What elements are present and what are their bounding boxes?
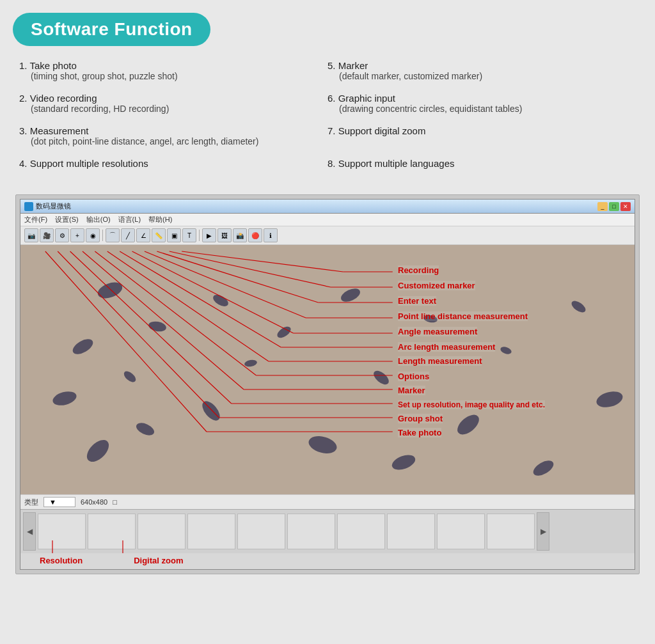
titlebar-left: 数码显微镜 — [24, 201, 71, 211]
filmstrip-frame-8[interactable] — [387, 514, 435, 549]
feature-6-title: 6. Graphic input — [328, 93, 617, 104]
annotation-marker: Marker — [398, 384, 425, 396]
annotation-enter-text: Enter text — [398, 295, 436, 306]
svg-line-8 — [132, 251, 294, 333]
annotation-take-photo: Take photo — [398, 427, 441, 438]
svg-line-22 — [45, 251, 207, 432]
resolution-unit: □ — [113, 498, 117, 506]
toolbar-line-btn[interactable]: ╱ — [121, 228, 135, 242]
svg-line-20 — [58, 251, 219, 418]
filmstrip-frame-5[interactable] — [237, 514, 285, 549]
feature-4: 4. Support multiple resolutions — [19, 158, 328, 169]
toolbar-photo1-btn[interactable]: 🖼 — [217, 228, 232, 242]
resolution-select[interactable]: ▼ — [43, 497, 75, 507]
toolbar-circle-btn[interactable]: ◉ — [86, 228, 100, 242]
type-label: 类型 — [24, 498, 38, 507]
annotation-group-shot: Group shot — [398, 412, 443, 424]
svg-line-4 — [157, 251, 318, 302]
svg-line-2 — [170, 251, 331, 287]
feature-4-title: 4. Support multiple resolutions — [19, 158, 308, 169]
feature-3: 3. Measurement (dot pitch, point-line di… — [19, 125, 328, 146]
feature-1: 1. Take photo (timing shot, group shot, … — [19, 60, 328, 81]
main-area: Recording Customized marker Enter text P… — [20, 245, 635, 494]
menu-language[interactable]: 语言(L) — [118, 215, 141, 224]
toolbar-angle-btn[interactable]: ∠ — [136, 228, 150, 242]
feature-6-subtitle: (drawing concentric circles, equidistant… — [328, 104, 617, 114]
status-bar: 类型 ▼ 640x480 □ — [20, 494, 635, 509]
feature-3-title: 3. Measurement — [19, 125, 308, 136]
titlebar: 数码显微镜 _ □ ✕ — [20, 200, 635, 214]
feature-5-subtitle: (default marker, customized marker) — [328, 71, 617, 81]
filmstrip-frame-9[interactable] — [437, 514, 485, 549]
bottom-anno-labels: Resolution Digital zoom — [27, 556, 628, 565]
toolbar-plus-btn[interactable]: + — [70, 228, 84, 242]
maximize-button[interactable]: □ — [609, 202, 619, 211]
toolbar-settings-btn[interactable]: ⚙ — [55, 228, 69, 242]
annotation-resolution: Resolution — [40, 556, 83, 565]
svg-line-14 — [95, 251, 256, 375]
toolbar-camera-btn[interactable]: 📷 — [24, 228, 38, 242]
annotation-options: Options — [398, 370, 429, 382]
software-window: 数码显微镜 _ □ ✕ 文件(F) 设置(S) 输出(O) 语言(L) 帮助(H… — [20, 199, 635, 570]
menu-output[interactable]: 输出(O) — [86, 215, 111, 224]
bottom-anno-lines — [20, 540, 212, 553]
header-badge: Software Function — [13, 13, 210, 46]
menubar: 文件(F) 设置(S) 输出(O) 语言(L) 帮助(H) — [20, 214, 635, 226]
annotation-length: Length measurement — [398, 355, 482, 366]
bottom-annotations: Resolution Digital zoom — [20, 553, 635, 569]
annotation-point-line: Point line distance measurement — [398, 310, 528, 322]
page-title: Software Function — [31, 19, 193, 40]
feature-5-title: 5. Marker — [328, 60, 617, 71]
feature-2-subtitle: (standard recording, HD recording) — [19, 104, 308, 114]
feature-7-title: 7. Support digital zoom — [328, 125, 617, 136]
app-title: 数码显微镜 — [36, 201, 71, 211]
toolbar-marker-btn[interactable]: ▣ — [167, 228, 181, 242]
feature-2: 2. Video recording (standard recording, … — [19, 93, 328, 114]
annotation-customized-marker: Customized marker — [398, 279, 475, 291]
toolbar-info-btn[interactable]: ℹ — [264, 228, 278, 242]
toolbar-separator2 — [199, 230, 200, 241]
feature-1-subtitle: (timing shot, group shot, puzzle shot) — [19, 71, 308, 81]
feature-7: 7. Support digital zoom — [328, 125, 636, 146]
feature-8: 8. Support multiple languages — [328, 158, 636, 169]
feature-1-title: 1. Take photo — [19, 60, 308, 71]
menu-help[interactable]: 帮助(H) — [148, 215, 172, 224]
resolution-value: 640x480 — [81, 498, 107, 506]
annotation-resolution-setup: Set up resolution, image quality and etc… — [398, 398, 545, 410]
toolbar-camera2-btn[interactable]: 🎥 — [40, 228, 54, 242]
screenshot-container: 数码显微镜 _ □ ✕ 文件(F) 设置(S) 输出(O) 语言(L) 帮助(H… — [15, 194, 640, 574]
titlebar-controls: _ □ ✕ — [597, 202, 631, 211]
feature-6: 6. Graphic input (drawing concentric cir… — [328, 93, 636, 114]
minimize-button[interactable]: _ — [597, 202, 608, 211]
features-section: 1. Take photo (timing shot, group shot, … — [13, 60, 642, 180]
menu-settings[interactable]: 设置(S) — [55, 215, 79, 224]
annotation-digital-zoom: Digital zoom — [134, 556, 183, 565]
svg-line-0 — [182, 251, 343, 272]
toolbar-photo2-btn[interactable]: 📸 — [233, 228, 247, 242]
toolbar-ruler-btn[interactable]: 📏 — [152, 228, 166, 242]
filmstrip-frame-7[interactable] — [337, 514, 385, 549]
feature-3-subtitle: (dot pitch, point-line distance, angel, … — [19, 136, 308, 146]
filmstrip-frame-10[interactable] — [487, 514, 535, 549]
annotation-arc-length: Arc length measurement — [398, 341, 495, 352]
annotation-angle: Angle measurement — [398, 326, 477, 337]
filmstrip-right-arrow[interactable]: ▶ — [537, 512, 549, 551]
filmstrip-frame-6[interactable] — [287, 514, 335, 549]
annotation-recording: Recording — [398, 264, 439, 276]
toolbar-photo3-btn[interactable]: 🔴 — [248, 228, 262, 242]
svg-line-18 — [70, 251, 232, 404]
annotations-panel: Recording Customized marker Enter text P… — [391, 245, 635, 494]
toolbar-text-btn[interactable]: T — [182, 228, 196, 242]
feature-8-title: 8. Support multiple languages — [328, 158, 617, 169]
toolbar-separator — [102, 230, 103, 241]
toolbar-arc-btn[interactable]: ⌒ — [106, 228, 120, 242]
feature-5: 5. Marker (default marker, customized ma… — [328, 60, 636, 81]
toolbar: 📷 🎥 ⚙ + ◉ ⌒ ╱ ∠ 📏 ▣ T ▶ 🖼 📸 🔴 ℹ — [20, 226, 635, 245]
close-button[interactable]: ✕ — [620, 202, 631, 211]
menu-file[interactable]: 文件(F) — [24, 215, 47, 224]
feature-2-title: 2. Video recording — [19, 93, 308, 104]
app-icon — [24, 202, 33, 211]
toolbar-play-btn[interactable]: ▶ — [202, 228, 216, 242]
